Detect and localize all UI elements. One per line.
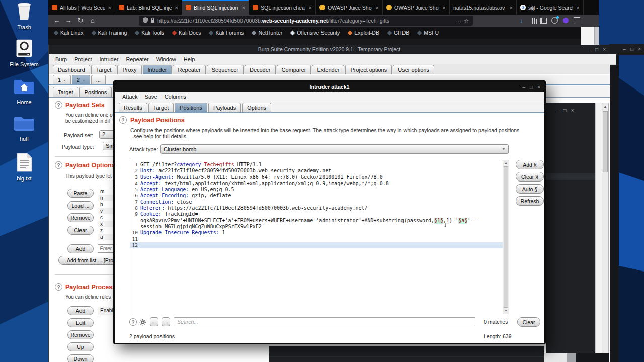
- home-icon[interactable]: ⌂: [88, 16, 97, 25]
- tab-close-icon[interactable]: ×: [376, 5, 379, 11]
- tab-close-icon[interactable]: ×: [83, 78, 85, 83]
- processing-edit-button[interactable]: Edit: [67, 318, 94, 327]
- menu-save[interactable]: Save: [145, 94, 157, 100]
- add-button[interactable]: Add §: [516, 160, 544, 169]
- desktop-icon-huff[interactable]: huff: [0, 115, 48, 142]
- bookmark-kali-docs[interactable]: Kali Docs: [173, 30, 201, 36]
- close-icon[interactable]: ×: [638, 46, 641, 52]
- help-icon[interactable]: ?: [55, 101, 62, 109]
- attack-type-dropdown[interactable]: Cluster bomb ▼: [160, 144, 509, 154]
- attack-subtab-[interactable]: ...: [91, 75, 106, 84]
- menu-intruder[interactable]: Intruder: [100, 56, 119, 62]
- attack-tab-target[interactable]: Target: [148, 103, 174, 112]
- clear-button[interactable]: Clear: [67, 226, 94, 235]
- scrollbar-thumb[interactable]: [504, 166, 508, 308]
- bookmark-ghdb[interactable]: GHDB: [388, 30, 409, 36]
- search-clear-button[interactable]: Clear: [517, 317, 540, 327]
- browser-tab[interactable]: Blind SQL injection×: [182, 0, 249, 15]
- sidebar-icon[interactable]: [539, 17, 547, 25]
- url-bar[interactable]: https://ac221fc71f10ecf280594fd50070003b…: [139, 16, 473, 26]
- tab-close-icon[interactable]: ×: [309, 5, 312, 11]
- burp-tab-user-options[interactable]: User options: [393, 65, 434, 74]
- burp-tab-repeater[interactable]: Repeater: [173, 65, 205, 74]
- attack-tab-results[interactable]: Results: [119, 103, 147, 112]
- bookmark-exploit-db[interactable]: Exploit-DB: [348, 30, 379, 36]
- menu-project[interactable]: Project: [74, 56, 92, 62]
- bookmark-kali-linux[interactable]: Kali Linux: [54, 30, 84, 36]
- downloads-icon[interactable]: ↓: [517, 17, 525, 25]
- add-from-list-button[interactable]: Add from list ... [Pro: [58, 256, 122, 265]
- menu-help[interactable]: Help: [184, 56, 195, 62]
- burp-tab-proxy[interactable]: Proxy: [117, 65, 141, 74]
- help-icon[interactable]: ?: [55, 283, 62, 291]
- page-actions-icon[interactable]: ···: [456, 18, 461, 24]
- tab-close-icon[interactable]: ×: [175, 5, 178, 11]
- request-line[interactable]: 9Cookie: TrackingId=: [130, 211, 509, 217]
- scroll-up-icon[interactable]: ▲: [602, 103, 608, 110]
- close-icon[interactable]: ×: [537, 84, 540, 90]
- request-line[interactable]: session=MG7LgjpiqNCqZuW8uCxpPSrFX9wlPxE2: [130, 224, 509, 230]
- back-icon[interactable]: ←: [52, 16, 61, 25]
- maximize-icon[interactable]: □: [630, 46, 633, 52]
- close-icon[interactable]: ×: [571, 108, 574, 113]
- bookmark-kali-forums[interactable]: Kali Forums: [209, 30, 244, 36]
- editor-scrollbar[interactable]: ▲ ▼: [503, 160, 509, 314]
- intruder-tab-positions[interactable]: Positions: [79, 87, 112, 97]
- remove-button[interactable]: Remove: [67, 213, 94, 222]
- attack-tab-options[interactable]: Options: [242, 103, 271, 112]
- request-line[interactable]: 5Accept-Language: en-US,en;q=0.5: [130, 187, 509, 193]
- tab-close-icon[interactable]: ×: [510, 5, 513, 11]
- refresh-button[interactable]: Refresh: [516, 196, 544, 206]
- burp-tab-comparer[interactable]: Comparer: [277, 65, 311, 74]
- burp-tab-dashboard[interactable]: Dashboard: [53, 65, 90, 74]
- scroll-up-icon[interactable]: ▲: [503, 160, 509, 166]
- request-line[interactable]: 3User-Agent: Mozilla/5.0 (X11; Linux x86…: [130, 174, 509, 180]
- burp-tab-sequencer[interactable]: Sequencer: [207, 65, 244, 74]
- burp-tab-decoder[interactable]: Decoder: [245, 65, 276, 74]
- library-icon[interactable]: [528, 17, 536, 25]
- browser-tab[interactable]: Gsql - Google Search×: [517, 0, 584, 15]
- request-line[interactable]: 8Referer: https://ac221fc71f10ecf280594f…: [130, 205, 509, 211]
- request-line[interactable]: 7Connection: close: [130, 199, 509, 205]
- scroll-down-icon[interactable]: ▼: [503, 308, 509, 314]
- menu-attack[interactable]: Attack: [122, 94, 138, 100]
- menu-repeater[interactable]: Repeater: [126, 56, 148, 62]
- request-editor[interactable]: 1GET /filter?category=Tech+gifts HTTP/1.…: [130, 160, 509, 314]
- attack-tab-payloads[interactable]: Payloads: [208, 103, 241, 112]
- desktop-icon-file-system[interactable]: File System: [0, 38, 48, 67]
- burp-tab-extender[interactable]: Extender: [312, 65, 344, 74]
- request-line[interactable]: 6Accept-Encoding: gzip, deflate: [130, 193, 509, 199]
- processing-remove-button[interactable]: Remove: [67, 330, 94, 339]
- desktop-icon-home[interactable]: Home: [0, 78, 48, 105]
- desktop-icon-trash[interactable]: Trash: [0, 1, 48, 30]
- attack-subtab-2[interactable]: 2×: [72, 75, 90, 84]
- background-window-scrollbar[interactable]: ▲: [602, 103, 609, 353]
- extension-icon[interactable]: [561, 17, 570, 25]
- request-line[interactable]: 2Host: ac221fc71f10ecf280594fd50070003b.…: [130, 168, 509, 174]
- page-scrollbar[interactable]: [594, 27, 599, 45]
- reload-icon[interactable]: ↻: [76, 16, 85, 25]
- processing-up-button[interactable]: Up: [67, 342, 94, 351]
- request-line[interactable]: 11: [130, 236, 509, 242]
- browser-tab[interactable]: All labs | Web Secu×: [48, 0, 115, 15]
- attack-window-titlebar[interactable]: Intruder attack1: [115, 82, 544, 92]
- add-payload-button[interactable]: Add: [67, 244, 94, 253]
- search-input[interactable]: [174, 317, 475, 326]
- minimize-icon[interactable]: –: [623, 46, 626, 52]
- auto-button[interactable]: Auto §: [516, 184, 544, 194]
- bookmark-nethunter[interactable]: NetHunter: [252, 30, 282, 36]
- browser-tab[interactable]: Lab: Blind SQL inje×: [115, 0, 182, 15]
- request-line[interactable]: 1GET /filter?category=Tech+gifts HTTP/1.…: [130, 162, 509, 168]
- intruder-tab-target[interactable]: Target: [53, 87, 78, 97]
- browser-tab[interactable]: OWASP Juice Shop×: [383, 0, 450, 15]
- paste-button[interactable]: Paste: [67, 189, 94, 198]
- minimize-icon[interactable]: –: [588, 47, 591, 52]
- tab-close-icon[interactable]: ×: [63, 78, 66, 83]
- attack-tab-positions[interactable]: Positions: [175, 103, 207, 112]
- tab-close-icon[interactable]: ×: [108, 5, 111, 11]
- maximize-icon[interactable]: □: [530, 84, 533, 90]
- minimize-icon[interactable]: –: [523, 84, 526, 90]
- help-icon[interactable]: ?: [55, 161, 62, 169]
- bookmark-msfu[interactable]: MSFU: [418, 30, 439, 36]
- bookmark-star-icon[interactable]: ☆: [464, 18, 469, 24]
